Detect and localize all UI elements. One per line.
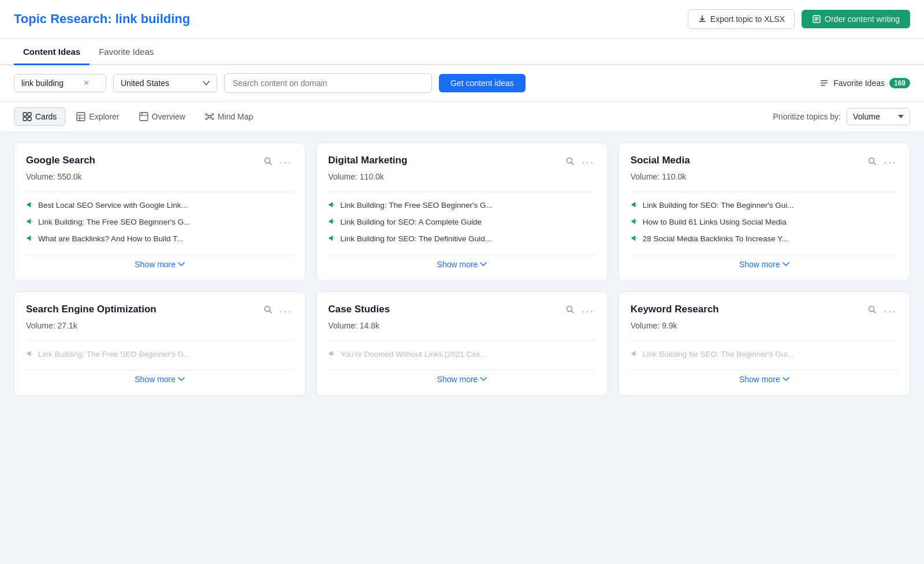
megaphone-icon bbox=[328, 218, 336, 225]
card-item-text: Link Building: The Free SEO Beginner's G… bbox=[340, 200, 492, 211]
view-tab-mind-map[interactable]: Mind Map bbox=[196, 107, 262, 126]
card-item: Link Building for SEO: The Beginner's Gu… bbox=[631, 349, 898, 360]
card-items: Link Building: The Free SEO Beginner's G… bbox=[26, 349, 293, 360]
card-search-button[interactable] bbox=[866, 155, 878, 169]
chevron-down-icon bbox=[783, 377, 789, 382]
megaphone-icon bbox=[631, 234, 638, 242]
card-item: How to Build 61 Links Using Social Media bbox=[631, 217, 898, 228]
favorite-ideas-button[interactable]: Favorite Ideas 169 bbox=[819, 78, 910, 88]
card-volume: Volume: 110.0k bbox=[631, 172, 898, 181]
card-divider bbox=[328, 192, 595, 192]
show-more-button[interactable]: Show more bbox=[631, 369, 898, 384]
megaphone-icon bbox=[631, 218, 638, 225]
megaphone-icon bbox=[631, 350, 638, 360]
card-keyword-research: Keyword Research ··· Volume: 9.9k bbox=[619, 292, 910, 396]
card-actions: ··· bbox=[866, 155, 898, 169]
card-item: Best Local SEO Service with Google Link.… bbox=[26, 200, 293, 211]
export-button[interactable]: Export topic to XLSX bbox=[688, 9, 795, 29]
cards-icon bbox=[23, 112, 32, 121]
card-actions: ··· bbox=[564, 155, 596, 169]
svg-line-20 bbox=[207, 115, 208, 116]
view-tab-overview[interactable]: Overview bbox=[131, 107, 194, 126]
domain-search-input[interactable] bbox=[224, 73, 432, 93]
show-more-button[interactable]: Show more bbox=[631, 255, 898, 269]
card-items: Best Local SEO Service with Google Link.… bbox=[26, 200, 293, 245]
megaphone-icon bbox=[328, 350, 336, 360]
show-more-button[interactable]: Show more bbox=[26, 255, 293, 269]
card-case-studies: Case Studies ··· Volume: 14.8k bbox=[316, 292, 608, 396]
tab-content-ideas[interactable]: Content Ideas bbox=[14, 39, 90, 65]
keyword-input[interactable] bbox=[21, 79, 79, 88]
card-item: Link Building for SEO: The Definitive Gu… bbox=[328, 234, 595, 245]
card-header: Social Media ··· bbox=[631, 155, 898, 169]
card-social-media: Social Media ··· Volume: 110.0k bbox=[619, 143, 910, 281]
order-icon bbox=[812, 14, 821, 24]
card-more-button[interactable]: ··· bbox=[278, 155, 294, 169]
card-more-button[interactable]: ··· bbox=[882, 155, 898, 169]
keyword-input-container: × bbox=[14, 74, 106, 92]
megaphone-icon bbox=[26, 201, 33, 208]
search-icon bbox=[867, 305, 877, 314]
card-seo: Search Engine Optimization ··· Volume: 2… bbox=[14, 292, 305, 396]
megaphone-icon bbox=[631, 218, 638, 228]
show-more-button[interactable]: Show more bbox=[26, 369, 293, 384]
card-header: Google Search ··· bbox=[26, 155, 293, 169]
view-bar: Cards Explorer Overview bbox=[0, 102, 924, 132]
page-title: Topic Research: link building bbox=[14, 12, 190, 27]
order-button[interactable]: Order content writing bbox=[802, 10, 910, 28]
card-search-button[interactable] bbox=[262, 304, 274, 317]
show-more-button[interactable]: Show more bbox=[328, 255, 595, 269]
card-search-button[interactable] bbox=[564, 304, 576, 317]
card-actions: ··· bbox=[262, 155, 294, 169]
clear-keyword-button[interactable]: × bbox=[84, 79, 89, 88]
prioritize-select[interactable]: Volume Efficiency Difficulty bbox=[847, 108, 910, 125]
country-select[interactable]: United States bbox=[113, 74, 217, 92]
card-more-button[interactable]: ··· bbox=[580, 304, 596, 318]
card-title: Digital Marketing bbox=[328, 155, 407, 166]
list-icon bbox=[819, 79, 829, 88]
svg-rect-8 bbox=[77, 113, 85, 121]
view-tab-cards[interactable]: Cards bbox=[14, 107, 65, 126]
card-search-button[interactable] bbox=[262, 155, 274, 169]
svg-line-31 bbox=[269, 311, 271, 313]
table-icon bbox=[76, 112, 85, 121]
megaphone-icon bbox=[631, 234, 638, 245]
search-icon bbox=[867, 156, 877, 166]
card-item: Link Building: The Free SEO Beginner's G… bbox=[26, 349, 293, 360]
card-actions: ··· bbox=[262, 304, 294, 318]
mind-map-icon bbox=[205, 112, 214, 121]
card-item: Link Building: The Free SEO Beginner's G… bbox=[26, 217, 293, 228]
show-more-button[interactable]: Show more bbox=[328, 369, 595, 384]
card-more-button[interactable]: ··· bbox=[278, 304, 294, 318]
tab-favorite-ideas[interactable]: Favorite Ideas bbox=[90, 39, 163, 65]
card-more-button[interactable]: ··· bbox=[580, 155, 596, 169]
svg-rect-7 bbox=[28, 117, 31, 121]
megaphone-icon bbox=[328, 201, 336, 211]
card-title: Keyword Research bbox=[631, 304, 719, 315]
svg-line-35 bbox=[874, 311, 876, 313]
card-more-button[interactable]: ··· bbox=[882, 304, 898, 318]
chevron-down-icon bbox=[480, 377, 487, 382]
card-volume: Volume: 27.1k bbox=[26, 321, 293, 330]
card-search-button[interactable] bbox=[866, 304, 878, 317]
megaphone-icon bbox=[26, 218, 33, 225]
chevron-down-icon bbox=[178, 377, 185, 382]
get-content-ideas-button[interactable]: Get content ideas bbox=[439, 74, 526, 92]
megaphone-icon bbox=[26, 234, 33, 245]
search-icon bbox=[565, 305, 575, 314]
card-actions: ··· bbox=[564, 304, 596, 318]
card-item-text: 28 Social Media Backlinks To Increase Y.… bbox=[643, 234, 788, 245]
svg-rect-6 bbox=[23, 117, 27, 121]
controls-bar: × United States Get content ideas Favori… bbox=[0, 65, 924, 102]
view-tab-explorer[interactable]: Explorer bbox=[68, 107, 128, 126]
card-search-button[interactable] bbox=[564, 155, 576, 169]
megaphone-icon bbox=[26, 201, 33, 211]
card-title: Social Media bbox=[631, 155, 690, 166]
megaphone-icon bbox=[328, 218, 336, 228]
card-item-text: You're Doomed Without Links [2021 Cas... bbox=[340, 349, 486, 360]
tabs-bar: Content Ideas Favorite Ideas bbox=[0, 39, 924, 65]
top-bar: Topic Research: link building Export top… bbox=[0, 0, 924, 39]
card-item-text: How to Build 61 Links Using Social Media bbox=[643, 217, 787, 228]
svg-line-29 bbox=[874, 162, 876, 165]
megaphone-icon bbox=[26, 218, 33, 228]
